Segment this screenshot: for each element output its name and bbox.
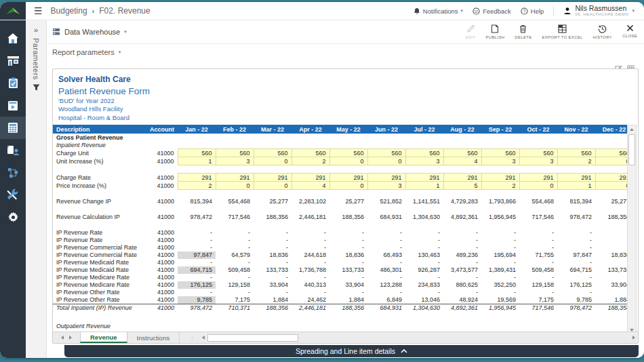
input-cell[interactable]: 4 [291,182,329,190]
input-cell[interactable]: 560 [595,149,627,157]
input-cell[interactable]: 3 [216,157,254,165]
sidebar-item-assignments[interactable] [0,139,26,161]
tab-prev-icon[interactable] [61,336,64,340]
tab-revenue[interactable]: Revenue [80,332,127,343]
edit-button[interactable]: EDIT [466,24,476,39]
input-cell[interactable]: 3 [519,157,557,165]
input-cell[interactable]: 0 [595,182,627,190]
table-row: Charge Rate41000291291291291291291291291… [53,174,627,182]
input-cell[interactable]: 291 [216,174,254,182]
vertical-scrollbar[interactable] [627,125,637,335]
input-cell[interactable]: 3 [367,182,405,190]
value-cell: 486,301 [367,266,405,274]
input-cell[interactable]: 0 [329,157,367,165]
input-cell[interactable]: 2 [557,157,595,165]
sidebar-item-forms[interactable] [0,117,26,139]
sidebar-item-workflow[interactable] [0,161,26,184]
input-cell[interactable]: 291 [254,174,291,182]
column-header: Jul - 22 [405,125,443,134]
value-cell: - [481,259,519,266]
input-cell[interactable]: 560 [291,149,329,157]
input-cell[interactable]: 0 [216,182,254,190]
sidebar-item-home[interactable] [0,27,26,49]
scroll-left-icon[interactable] [199,334,207,342]
delete-button[interactable]: DELETE [515,24,531,39]
value-cell: 133,733 [595,266,627,274]
input-cell[interactable]: 5 [443,182,481,190]
input-cell[interactable]: 2 [481,182,519,190]
row-label: IP Revenue Medicaid Rate [53,259,142,266]
input-cell[interactable]: 291 [329,174,367,182]
input-cell[interactable]: 291 [595,174,627,182]
notifications-menu[interactable]: Notifications ▾ [414,7,463,15]
sidebar-item-tools[interactable] [0,184,26,206]
input-cell[interactable]: 560 [405,149,443,157]
input-cell[interactable]: 1 [405,182,443,190]
menu-icon[interactable]: ☰ [34,6,43,16]
input-cell[interactable]: 4 [443,157,481,165]
sidebar-item-organization[interactable] [0,49,26,72]
input-cell[interactable]: 291 [405,174,443,182]
input-cell[interactable]: 0 [254,182,291,190]
input-cell[interactable]: 560 [329,149,367,157]
user-menu[interactable]: Nils Rasmussen 05. Healthcare Demo ▾ [563,5,635,16]
input-cell[interactable]: 3 [481,157,519,165]
input-cell[interactable]: 291 [443,174,481,182]
horizontal-scrollbar[interactable] [199,334,638,342]
input-cell[interactable]: 0 [519,182,557,190]
input-cell[interactable]: 291 [519,174,557,182]
help-button[interactable]: ? Help [521,7,544,15]
vertical-scroll-thumb[interactable] [628,134,635,165]
value-cell: 352,250 [481,281,519,289]
input-cell[interactable]: 0 [367,157,405,165]
breadcrumb-section[interactable]: Budgeting [51,6,87,16]
table-row: Gross Patient Revenue [53,134,627,141]
input-cell[interactable]: 0 [254,157,291,165]
sidebar-item-reports[interactable] [0,94,26,117]
solver-logo[interactable] [0,2,26,20]
input-cell[interactable]: 291 [291,174,329,182]
column-header: Aug - 22 [443,125,481,134]
input-cell[interactable]: 0 [595,157,627,165]
input-cell[interactable]: 560 [254,149,291,157]
data-source-select[interactable]: Data Warehouse ▾ [52,28,127,36]
sidebar-item-settings[interactable] [0,206,26,228]
spreading-details-expander[interactable]: Spreading and Line item details [64,345,639,357]
input-cell[interactable]: 1 [178,157,216,165]
input-cell[interactable]: 560 [519,149,557,157]
input-cell[interactable]: 0 [329,182,367,190]
history-button[interactable]: HISTORY [593,24,613,39]
report-parameters-toggle[interactable]: Report parameters ▾ [47,44,644,60]
input-cell[interactable]: 3 [405,157,443,165]
input-cell[interactable]: 291 [557,174,595,182]
splitter-handle[interactable]: ⋮ [189,335,195,341]
input-cell[interactable]: 291 [367,174,405,182]
input-cell[interactable]: 560 [178,149,216,157]
input-cell[interactable]: 291 [178,174,216,182]
row-account: 41000 [142,229,178,237]
horizontal-scroll-thumb[interactable] [207,334,298,342]
input-cell[interactable]: 1 [557,182,595,190]
tab-instructions[interactable]: Instructions [127,332,180,343]
input-cell[interactable]: 2 [291,157,329,165]
sidebar-item-tasks[interactable] [0,72,26,94]
expand-panel-icon[interactable]: » [34,26,38,34]
feedback-button[interactable]: Feedback [472,7,511,15]
scroll-up-icon[interactable] [628,125,636,134]
input-cell[interactable]: 560 [367,149,405,157]
row-label: IP Revenue Medicaid Rate [53,266,142,274]
input-cell[interactable]: 560 [443,149,481,157]
input-cell[interactable]: 560 [216,149,254,157]
close-button[interactable]: CLOSE [622,24,637,39]
input-cell[interactable]: 560 [557,149,595,157]
filter-icon[interactable] [33,84,40,91]
input-cell[interactable]: 560 [481,149,519,157]
input-cell[interactable]: 2 [178,182,216,190]
input-cell[interactable]: 291 [481,174,519,182]
scroll-right-icon[interactable] [630,334,638,342]
smiley-icon [472,7,480,15]
tab-next-icon[interactable] [69,336,72,340]
value-cell: 1,956,945 [481,304,519,312]
export-to-excel-button[interactable]: EXPORT TO EXCEL [542,24,583,39]
publish-button[interactable]: PUBLISH [486,24,505,39]
